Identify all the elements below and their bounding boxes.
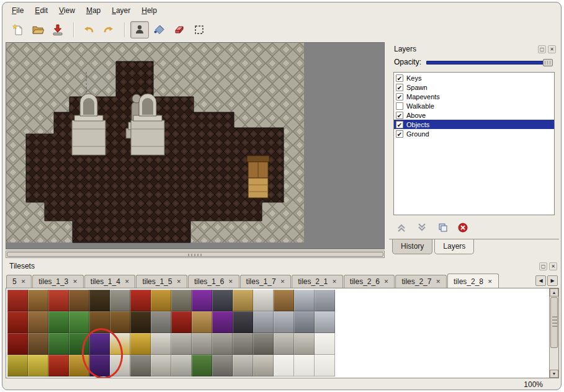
layer-row-spawn[interactable]: ✔Spawn [394, 82, 554, 92]
tileset-tile[interactable] [110, 311, 130, 333]
redo-button[interactable] [99, 21, 118, 38]
tileset-tile[interactable] [294, 333, 315, 355]
layer-row-objects[interactable]: ✔Objects [394, 120, 554, 129]
stamp-tool-button[interactable] [130, 21, 149, 38]
tab-close-icon[interactable]: ✕ [488, 278, 493, 285]
tileset-tab-tiles_1_6[interactable]: tiles_1_6✕ [188, 275, 239, 288]
tileset-tile[interactable] [212, 290, 233, 311]
menu-item-layer[interactable]: Layer [106, 4, 136, 17]
scroll-tabs-right-button[interactable]: ▶ [547, 275, 558, 286]
tileset-tile[interactable] [212, 355, 233, 376]
delete-layer-button[interactable] [457, 221, 469, 234]
tab-history[interactable]: History [392, 239, 432, 254]
tab-close-icon[interactable]: ✕ [125, 278, 130, 285]
tileset-tile[interactable] [28, 333, 48, 355]
tileset-tile[interactable] [192, 355, 212, 376]
tileset-tile[interactable] [294, 355, 315, 376]
tileset-tile[interactable] [274, 311, 294, 333]
menu-item-edit[interactable]: Edit [29, 4, 53, 17]
layer-row-above[interactable]: ✔Above [394, 110, 554, 120]
tileset-tile[interactable] [7, 311, 28, 333]
tileset-tile[interactable] [212, 333, 233, 355]
tileset-tab-tiles_2_7[interactable]: tiles_2_7✕ [395, 275, 447, 288]
tileset-tile[interactable] [233, 333, 253, 355]
tileset-tile[interactable] [294, 290, 315, 311]
tileset-tile[interactable] [7, 290, 28, 311]
open-button[interactable] [29, 21, 47, 38]
tab-close-icon[interactable]: ✕ [384, 278, 389, 285]
close-panel-icon[interactable]: ✕ [548, 45, 556, 53]
tileset-tile[interactable] [171, 333, 192, 355]
tileset-vertical-scrollbar[interactable]: ▲ ▼ [549, 288, 558, 378]
tileset-tile[interactable] [253, 355, 274, 376]
layer-visibility-checkbox[interactable]: ✔ [396, 93, 403, 100]
tileset-tile[interactable] [48, 290, 69, 311]
layer-list[interactable]: ✔Keys✔Spawn✔MapeventsWalkable✔Above✔Obje… [393, 72, 555, 215]
scrollbar-thumb[interactable] [7, 252, 383, 257]
layer-row-mapevents[interactable]: ✔Mapevents [394, 92, 554, 101]
tileset-tile[interactable] [69, 311, 89, 333]
tileset-tile[interactable] [151, 355, 171, 376]
eraser-tool-button[interactable] [170, 21, 189, 38]
tileset-tile[interactable] [192, 311, 212, 333]
tileset-tile[interactable] [315, 333, 335, 355]
tileset-tile[interactable] [171, 290, 192, 311]
tileset-tile[interactable] [253, 333, 274, 355]
tileset-tile[interactable] [69, 290, 89, 311]
tileset-tab-tiles_1_3[interactable]: tiles_1_3✕ [32, 275, 84, 288]
layer-row-keys[interactable]: ✔Keys [394, 73, 554, 82]
layer-row-ground[interactable]: ✔Ground [394, 129, 554, 138]
tileset-tile[interactable] [192, 290, 212, 311]
tab-close-icon[interactable]: ✕ [73, 278, 78, 285]
new-button[interactable] [9, 21, 27, 38]
save-button[interactable] [48, 21, 67, 38]
tileset-tab-tiles_1_4[interactable]: tiles_1_4✕ [84, 275, 136, 288]
tileset-tile[interactable] [171, 355, 192, 376]
layer-visibility-checkbox[interactable] [396, 102, 403, 110]
tileset-tile[interactable] [212, 311, 233, 333]
tileset-tile[interactable] [48, 333, 69, 355]
tileset-tab-tiles_2_1[interactable]: tiles_2_1✕ [292, 275, 343, 288]
fill-tool-button[interactable] [150, 21, 169, 38]
tileset-tile[interactable] [192, 333, 212, 355]
tab-close-icon[interactable]: ✕ [436, 278, 441, 285]
menu-item-file[interactable]: File [6, 4, 29, 17]
tileset-tile[interactable] [151, 333, 171, 355]
tileset-tile[interactable] [130, 311, 151, 333]
tileset-tile[interactable] [28, 355, 48, 376]
tileset-tile[interactable] [130, 333, 151, 355]
tileset-tile[interactable] [28, 311, 48, 333]
tileset-tile[interactable] [253, 311, 274, 333]
tileset-tile[interactable] [315, 311, 335, 333]
tileset-tile[interactable] [233, 311, 253, 333]
tileset-tab-tiles_2_8[interactable]: tiles_2_8✕ [447, 274, 499, 288]
tileset-tile[interactable] [7, 333, 28, 355]
tileset-tile[interactable] [294, 311, 315, 333]
map-horizontal-scrollbar[interactable] [6, 251, 385, 258]
tileset-tile[interactable] [48, 355, 69, 376]
menu-item-view[interactable]: View [53, 4, 81, 17]
duplicate-layer-button[interactable] [436, 221, 449, 234]
scrollbar-thumb[interactable] [550, 297, 558, 348]
tileset-tile[interactable] [151, 311, 171, 333]
tileset-tile[interactable] [233, 290, 253, 311]
tileset-tile[interactable] [171, 311, 192, 333]
scroll-up-arrow[interactable]: ▲ [550, 288, 558, 296]
move-layer-up-button[interactable] [395, 221, 408, 234]
tileset-tile[interactable] [253, 290, 274, 311]
move-layer-down-button[interactable] [416, 221, 428, 234]
layer-row-walkable[interactable]: Walkable [394, 101, 554, 110]
tileset-tile[interactable] [89, 290, 110, 311]
tileset-tile[interactable] [151, 290, 171, 311]
tileset-tile[interactable] [110, 290, 130, 311]
menu-item-map[interactable]: Map [81, 4, 106, 17]
opacity-slider[interactable] [426, 58, 553, 66]
opacity-slider-handle[interactable] [543, 59, 553, 66]
tileset-tile[interactable] [274, 290, 294, 311]
tab-close-icon[interactable]: ✕ [228, 278, 233, 285]
undo-button[interactable] [79, 21, 98, 38]
tileset-tile[interactable] [130, 355, 151, 376]
tileset-tile[interactable] [233, 355, 253, 376]
close-panel-icon[interactable]: ✕ [549, 262, 557, 270]
layer-visibility-checkbox[interactable]: ✔ [396, 130, 403, 138]
